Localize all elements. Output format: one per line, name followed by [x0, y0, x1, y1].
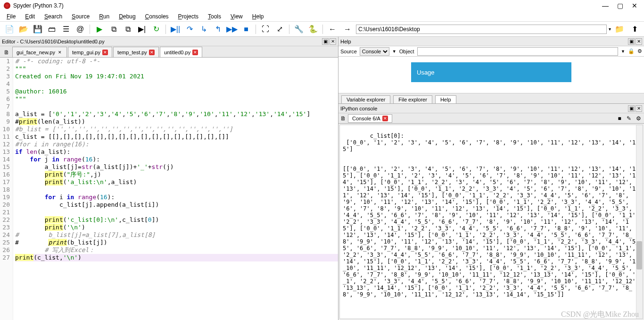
step-into-button[interactable]: ↳	[197, 23, 210, 35]
console-output[interactable]: c_list[0]: ['0_0', '1', '2', '3', '4', '…	[339, 125, 643, 319]
options-gear-icon[interactable]: ⚙	[635, 115, 642, 122]
title-bar: Spyder (Python 3.7) — ▢ ✕	[0, 0, 644, 11]
browse-dir-button[interactable]: 📁	[613, 23, 626, 35]
editor-header-title: Editor - C:\Users\16016\Desktop\untitled…	[2, 39, 105, 44]
help-pane-header: Help ▣ ✕	[339, 37, 644, 46]
file-browse-button[interactable]: 🗎	[2, 48, 11, 57]
menu-edit[interactable]: Edit	[21, 12, 39, 21]
gear-icon[interactable]: ⚙	[637, 48, 642, 54]
help-float-button[interactable]: ▣	[628, 38, 635, 45]
toolbar: 📄 📂 💾 🗃 ☰ @ ▶ ⧉ ⧉ ▶| ↻ ▶|| ↷ ↳ ↰ ▶▶ ■ ⛶ …	[0, 22, 644, 37]
toolbar-sep	[90, 25, 90, 34]
file-tab[interactable]: temp_test.py✕	[113, 47, 159, 57]
file-tab[interactable]: untitled0.py✕	[160, 47, 202, 57]
back-button[interactable]: ←	[326, 23, 339, 35]
rerun-button[interactable]: ↻	[149, 23, 163, 35]
step-over-button[interactable]: ↷	[183, 23, 196, 35]
menu-projects[interactable]: Projects	[174, 12, 202, 21]
toolbar-sep	[322, 25, 323, 34]
run-selection-button[interactable]: ▶|	[135, 23, 149, 35]
python-path-button[interactable]: 🐍	[306, 23, 320, 35]
at-button[interactable]: @	[74, 23, 87, 35]
close-button[interactable]: ✕	[632, 2, 637, 9]
maximize-button[interactable]: ▢	[617, 2, 623, 9]
help-object-input[interactable]	[417, 47, 619, 56]
help-tab-help[interactable]: Help	[435, 95, 456, 103]
outline-button[interactable]: ☰	[59, 23, 73, 35]
fullscreen-button[interactable]: ⤢	[273, 23, 286, 35]
lock-icon[interactable]: 🔒	[628, 48, 635, 54]
parent-dir-button[interactable]: ⬆	[628, 23, 641, 35]
menu-debug[interactable]: Debug	[115, 12, 139, 21]
file-tab-close-icon[interactable]: ✕	[192, 50, 198, 55]
open-file-button[interactable]: 📂	[17, 23, 30, 35]
file-tab-label: temp_gui.py	[72, 50, 100, 55]
editor-close-pane-button[interactable]: ✕	[330, 38, 336, 45]
editor-pane-header: Editor - C:\Users\16016\Desktop\untitled…	[0, 37, 338, 46]
maximize-pane-button[interactable]: ⛶	[259, 23, 272, 35]
watermark: CSDN @光电Mike Zhou	[561, 311, 639, 318]
working-dir-input[interactable]	[356, 25, 607, 34]
ipython-title: IPython console	[340, 106, 377, 111]
file-tab-close-icon[interactable]: ✕	[57, 50, 63, 55]
help-pane-title: Help	[340, 39, 351, 44]
toolbar-sep	[165, 25, 166, 34]
menu-help[interactable]: Help	[248, 12, 268, 21]
toolbar-sep	[289, 25, 289, 34]
help-tab-variable-explorer[interactable]: Variable explorer	[341, 95, 390, 103]
save-all-button[interactable]: 🗃	[45, 23, 58, 35]
scrollbar-thumb[interactable]	[636, 241, 642, 269]
menu-tools[interactable]: Tools	[204, 12, 225, 21]
run-cell-advance-button[interactable]: ⧉	[121, 23, 134, 35]
file-tab-close-icon[interactable]: ✕	[149, 50, 155, 55]
menu-bar: FileEditSearchSourceRunDebugConsolesProj…	[0, 11, 644, 22]
menu-consoles[interactable]: Consoles	[141, 12, 173, 21]
help-object-label: Object	[399, 49, 414, 54]
menu-run[interactable]: Run	[95, 12, 113, 21]
interrupt-kernel-icon[interactable]: ■	[616, 115, 623, 122]
file-tab-label: temp_test.py	[117, 50, 147, 55]
file-tab-label: untitled0.py	[164, 50, 190, 55]
file-tabs: 🗎 gui_face_new.py✕temp_gui.py✕temp_test.…	[0, 46, 338, 58]
run-cell-button[interactable]: ⧉	[107, 23, 120, 35]
run-button[interactable]: ▶	[93, 23, 106, 35]
console-tab-label: Console 6/A	[352, 116, 380, 121]
console-browse-button[interactable]: 🗎	[340, 115, 346, 122]
new-file-button[interactable]: 📄	[3, 23, 16, 35]
remove-clients-icon[interactable]: ✎	[625, 115, 633, 122]
menu-source[interactable]: Source	[68, 12, 93, 21]
menu-search[interactable]: Search	[41, 12, 66, 21]
console-tab[interactable]: Console 6/A ✕	[348, 114, 392, 123]
toolbar-sep	[256, 25, 256, 34]
ipython-pane-header: IPython console ▣ ✕	[339, 104, 644, 113]
help-source-select[interactable]: Console	[360, 47, 389, 56]
menu-view[interactable]: View	[227, 12, 247, 21]
ipython-close-pane-button[interactable]: ✕	[636, 105, 642, 112]
stop-debug-button[interactable]: ■	[239, 23, 253, 35]
file-tab[interactable]: gui_face_new.py✕	[12, 47, 67, 57]
debug-button[interactable]: ▶||	[169, 23, 182, 35]
continue-button[interactable]: ▶▶	[225, 23, 239, 35]
console-tabs: 🗎 Console 6/A ✕ ■ ✎ ⚙	[339, 113, 644, 124]
console-text: c_list[0]: ['0_0', '1', '2', '3', '4', '…	[343, 133, 643, 298]
step-out-button[interactable]: ↰	[211, 23, 224, 35]
menu-file[interactable]: File	[3, 12, 19, 21]
preferences-button[interactable]: 🔧	[292, 23, 305, 35]
ipython-float-button[interactable]: ▣	[628, 105, 635, 112]
console-tab-close-icon[interactable]: ✕	[382, 116, 388, 121]
help-toolbar: Source Console ▼ Object ▼ 🔒 ⚙	[339, 46, 644, 57]
window-title: Spyder (Python 3.7)	[13, 2, 64, 9]
code-editor[interactable]: 1234567891011121314151617181920212223242…	[0, 58, 338, 320]
path-dropdown-icon[interactable]: ▾	[609, 26, 611, 32]
help-close-pane-button[interactable]: ✕	[636, 38, 642, 45]
file-tab-close-icon[interactable]: ✕	[102, 50, 108, 55]
file-tab[interactable]: temp_gui.py✕	[68, 47, 112, 57]
scrollbar[interactable]	[636, 125, 643, 319]
editor-float-button[interactable]: ▣	[322, 38, 329, 45]
help-tab-file-explorer[interactable]: File explorer	[393, 95, 432, 103]
save-button[interactable]: 💾	[31, 23, 44, 35]
help-content: Usage	[339, 57, 644, 93]
usage-label: Usage	[417, 69, 435, 76]
minimize-button[interactable]: —	[602, 2, 609, 9]
forward-button[interactable]: →	[341, 23, 354, 35]
